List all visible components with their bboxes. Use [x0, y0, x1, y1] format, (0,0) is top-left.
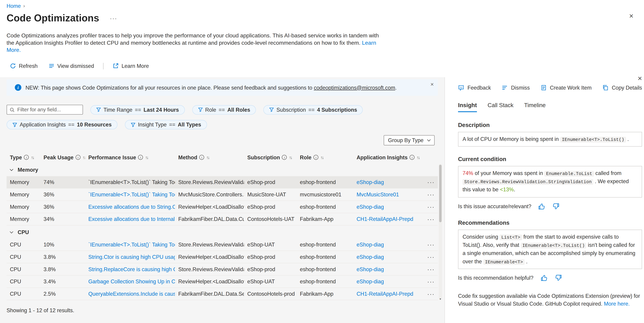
cell-type: Memory [6, 179, 40, 185]
performance-issue-link[interactable]: `IEnumerable<T>.ToList()` Taking Too M [85, 179, 175, 185]
filter-pill-insight-type[interactable]: Insight Type == All Types [125, 120, 207, 130]
banner-close-icon[interactable]: × [430, 81, 434, 88]
sort-icon[interactable]: ↑↓ [320, 155, 323, 160]
table-row[interactable]: CPU3.4%Garbage Collection Showing Up in … [6, 276, 438, 288]
cell-peak-usage: 36% [40, 204, 85, 210]
table-scrollbar[interactable]: ▼ [439, 164, 442, 300]
performance-issue-link[interactable]: String.ReplaceCore is causing high CPU [85, 266, 175, 272]
pill-value: 10 Resources [77, 122, 112, 128]
code-optimizations-page: Home › Code Optimizations ··· × Code Opt… [0, 0, 644, 323]
application-insights-link[interactable]: eShop-diag [353, 179, 424, 185]
table-row[interactable]: Memory34%Excessive allocations due to In… [6, 213, 438, 226]
detail-close-icon[interactable]: × [638, 75, 642, 82]
table-row[interactable]: CPU3.8%String.ReplaceCore is causing hig… [6, 263, 438, 276]
tab-insight[interactable]: Insight [458, 102, 477, 112]
performance-issue-link[interactable]: Excessive allocations due to String.Ctor [85, 204, 175, 210]
table-row[interactable]: CPU2.5%QueryableExtensions.Include is ca… [6, 288, 438, 300]
application-insights-link[interactable]: eShop-diag [353, 242, 424, 248]
chevron-down-icon [10, 168, 13, 171]
group-by-dropdown[interactable]: Group By Type [384, 135, 434, 146]
create-work-item-label: Create Work Item [550, 84, 592, 90]
performance-issue-link[interactable]: Excessive allocations due to InternalSet [85, 216, 175, 222]
row-more-button[interactable]: ··· [424, 278, 438, 285]
row-more-button[interactable]: ··· [424, 203, 438, 210]
copy-details-button[interactable]: Copy Details [602, 84, 642, 90]
filter-pill-role[interactable]: Role == All Roles [192, 105, 256, 114]
more-here-link[interactable]: More here. [604, 300, 630, 307]
application-insights-link[interactable]: MvcMusicStore01 [353, 191, 424, 198]
sort-icon[interactable]: ↑↓ [289, 155, 292, 160]
dismiss-button[interactable]: Dismiss [502, 84, 530, 90]
filter-pill-time-range[interactable]: Time Range == Last 24 Hours [90, 105, 185, 114]
table-row[interactable]: Memory74%`IEnumerable<T>.ToList()` Takin… [6, 176, 438, 188]
row-more-button[interactable]: ··· [424, 254, 438, 260]
performance-issue-link[interactable]: `IEnumerable<T>.ToList()` Taking Too M [85, 191, 175, 198]
page-close-icon[interactable]: × [629, 12, 634, 20]
row-more-button[interactable]: ··· [424, 266, 438, 273]
application-insights-link[interactable]: eShop-diag [353, 254, 424, 260]
performance-issue-link[interactable]: Garbage Collection Showing Up in CPU [85, 278, 175, 284]
sort-icon[interactable]: ↑↓ [31, 155, 34, 160]
filter-search-input[interactable] [16, 106, 80, 113]
filter-pill-application-insights[interactable]: Application Insights == 10 Resources [6, 120, 118, 130]
thumbs-up-icon[interactable] [538, 202, 546, 210]
column-header-subscription[interactable]: Subscriptioni↑↓ [244, 154, 296, 160]
refresh-button[interactable]: Refresh [6, 62, 41, 70]
chevron-down-icon [427, 138, 430, 142]
table-row[interactable]: CPU3.8%String.Ctor is causing high CPU u… [6, 251, 438, 263]
application-insights-link[interactable]: CH1-RetailAppAI-Prepd [353, 291, 424, 297]
column-header-type[interactable]: Typei↑↓ [6, 154, 40, 160]
column-header-peak-usage[interactable]: Peak Usagei↑↓ [40, 154, 85, 160]
group-header-cpu[interactable]: CPU [6, 226, 438, 239]
scrollbar-down-arrow-icon[interactable]: ▼ [439, 298, 442, 300]
info-icon: i [410, 155, 414, 160]
recommendation-text: Consider using [462, 234, 500, 240]
feedback-button[interactable]: Feedback [458, 84, 491, 90]
application-insights-link[interactable]: eShop-diag [353, 204, 424, 210]
table-row[interactable]: Memory36%Excessive allocations due to St… [6, 201, 438, 213]
column-header-performance-issue[interactable]: Performance Issuei↑↓ [85, 154, 175, 160]
condition-text: called from [594, 170, 622, 176]
info-icon: i [76, 155, 80, 160]
tab-timeline[interactable]: Timeline [524, 102, 546, 112]
thumbs-up-icon[interactable] [540, 274, 548, 282]
cell-subscription: eShop-prod [244, 254, 296, 260]
scrollbar-thumb[interactable] [439, 165, 442, 222]
pill-value: All Types [178, 122, 201, 128]
performance-issue-link[interactable]: String.Ctor is causing high CPU usage [85, 254, 175, 260]
group-header-memory[interactable]: Memory [6, 163, 438, 176]
sort-icon[interactable]: ↑↓ [145, 155, 148, 160]
breadcrumb-home-link[interactable]: Home [6, 2, 21, 9]
application-insights-link[interactable]: eShop-diag [353, 278, 424, 284]
sort-icon[interactable]: ↑↓ [206, 155, 209, 160]
feedback-email-link[interactable]: codeoptimizations@microsoft.com [314, 84, 395, 90]
filter-pill-subscription[interactable]: Subscription == 4 Subscriptions [264, 105, 363, 114]
learn-more-button[interactable]: Learn More [109, 62, 152, 70]
sort-icon[interactable]: ↑↓ [83, 155, 85, 160]
performance-issue-link[interactable]: QueryableExtensions.Include is causing [85, 291, 175, 297]
column-header-application-insights[interactable]: Application Insightsi↑↓ [353, 154, 424, 160]
row-more-button[interactable]: ··· [424, 216, 438, 223]
row-more-button[interactable]: ··· [424, 241, 438, 248]
title-more-icon[interactable]: ··· [110, 14, 117, 22]
row-more-button[interactable]: ··· [424, 290, 438, 298]
sort-icon[interactable]: ↑↓ [417, 155, 419, 160]
table-row[interactable]: CPU10%`IEnumerable<T>.ToList()` Taking T… [6, 239, 438, 251]
performance-issue-link[interactable]: `IEnumerable<T>.ToList()` Taking Too M [85, 242, 175, 248]
row-more-button[interactable]: ··· [424, 179, 438, 186]
table-row[interactable]: Memory36%`IEnumerable<T>.ToList()` Takin… [6, 188, 438, 201]
column-header-role[interactable]: Rolei↑↓ [296, 154, 353, 160]
column-header-method[interactable]: Methodi↑↓ [175, 154, 244, 160]
tab-call-stack[interactable]: Call Stack [488, 102, 514, 112]
application-insights-link[interactable]: eShop-diag [353, 266, 424, 272]
application-insights-link[interactable]: CH1-RetailAppAI-Prepd [353, 216, 424, 222]
create-work-item-button[interactable]: Create Work Item [540, 84, 592, 90]
view-dismissed-button[interactable]: View dismissed [45, 62, 98, 70]
thumbs-down-icon[interactable] [554, 274, 562, 282]
refresh-icon [10, 63, 16, 69]
row-more-button[interactable]: ··· [424, 191, 438, 198]
cell-role: eshop-frontend [296, 254, 353, 260]
toolbar-divider [103, 62, 103, 69]
title-row: Code Optimizations ··· [6, 12, 634, 24]
thumbs-down-icon[interactable] [552, 202, 560, 210]
